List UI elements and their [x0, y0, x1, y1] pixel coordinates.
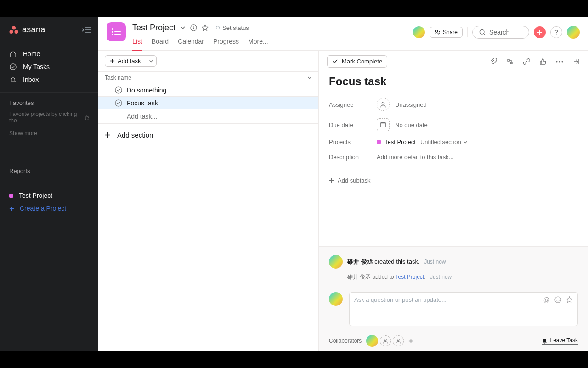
like-icon[interactable]	[539, 58, 547, 65]
svg-point-18	[384, 339, 387, 341]
svg-point-3	[10, 63, 16, 69]
chevron-down-icon[interactable]	[307, 75, 312, 80]
add-section-button[interactable]: Add section	[98, 124, 318, 146]
composer-avatar[interactable]	[329, 292, 343, 306]
sidebar-item-mytasks[interactable]: My Tasks	[0, 60, 98, 73]
task-title[interactable]: Focus task	[319, 72, 588, 94]
leave-task-button[interactable]: Leave Task	[542, 337, 578, 345]
add-task-inline[interactable]: Add task...	[98, 109, 318, 124]
task-row[interactable]: Focus task	[98, 97, 318, 109]
svg-point-9	[480, 29, 484, 34]
emoji-icon[interactable]	[554, 296, 561, 303]
activity-author: 碓井 俊丞	[347, 258, 373, 265]
tab-list[interactable]: List	[132, 38, 142, 51]
comment-input[interactable]: Ask a question or post an update... @	[349, 292, 578, 326]
assignee-field[interactable]: Assignee Unassigned	[319, 94, 588, 115]
activity-entry: 碓井 俊丞 created this task. Just now	[329, 252, 578, 271]
share-button[interactable]: Share	[430, 27, 463, 38]
search-input[interactable]: Search	[472, 26, 529, 39]
sidebar-divider	[0, 92, 98, 93]
search-placeholder: Search	[489, 29, 509, 36]
sidebar-item-home[interactable]: Home	[0, 47, 98, 60]
svg-point-8	[435, 30, 438, 33]
project-tag-name: Test Project	[384, 138, 416, 145]
assignee-value: Unassigned	[395, 101, 427, 108]
tab-more[interactable]: More...	[248, 38, 268, 50]
mark-complete-button[interactable]: Mark Complete	[327, 55, 387, 68]
tab-board[interactable]: Board	[152, 38, 169, 50]
svg-point-15	[382, 102, 384, 104]
task-list-pane: Add task Task name Do something Focus ta…	[98, 51, 319, 351]
set-status-button[interactable]: Set status	[216, 24, 249, 31]
add-task-dropdown[interactable]	[146, 55, 157, 67]
activity-feed: 碓井 俊丞 created this task. Just now 碓井 俊丞 …	[319, 246, 588, 288]
star-icon[interactable]	[202, 24, 209, 31]
help-button[interactable]: ?	[550, 26, 562, 38]
member-avatar[interactable]	[413, 26, 425, 38]
comment-placeholder: Ask a question or post an update...	[354, 296, 447, 322]
activity-project-link[interactable]: Test Project	[396, 274, 424, 280]
info-icon[interactable]	[190, 24, 197, 31]
leave-task-label: Leave Task	[550, 337, 578, 344]
add-collaborator-button[interactable]	[408, 339, 413, 344]
logo-text: asana	[22, 25, 45, 34]
sidebar-collapse-icon[interactable]	[82, 27, 91, 33]
add-collaborator-slot[interactable]	[380, 335, 391, 346]
star-icon	[85, 115, 89, 120]
link-icon[interactable]	[523, 58, 530, 65]
svg-point-11	[115, 100, 122, 106]
sidebar-project-item[interactable]: Test Project	[0, 189, 98, 202]
description-field[interactable]: Description Add more detail to this task…	[319, 149, 588, 165]
subtask-icon[interactable]	[506, 58, 514, 65]
svg-point-10	[115, 87, 122, 93]
tab-calendar[interactable]: Calendar	[178, 38, 204, 50]
asana-logo[interactable]: asana	[9, 25, 45, 34]
assignee-label: Assignee	[329, 101, 377, 108]
project-title[interactable]: Test Project	[132, 23, 175, 33]
check-circle-icon	[9, 63, 17, 70]
add-subtask-button[interactable]: Add subtask	[319, 165, 588, 196]
bell-icon	[542, 338, 548, 344]
people-icon	[435, 29, 440, 35]
section-dropdown[interactable]: Untitled section	[420, 138, 468, 145]
section-value: Untitled section	[420, 138, 461, 145]
mention-icon[interactable]: @	[543, 296, 550, 304]
project-tag[interactable]: Test Project	[377, 138, 416, 145]
svg-point-12	[556, 61, 558, 62]
favorites-hint-text: Favorite projects by clicking the	[9, 111, 83, 124]
main: Test Project Set status List Board Calen…	[98, 17, 588, 351]
global-add-button[interactable]	[534, 26, 546, 38]
more-icon[interactable]	[556, 61, 563, 63]
user-avatar[interactable]	[567, 26, 580, 39]
complete-toggle-icon[interactable]	[115, 99, 122, 107]
column-header-taskname[interactable]: Task name	[105, 75, 131, 81]
activity-entry: 碓井 俊丞 added to Test Project. Just now	[329, 271, 578, 286]
duedate-field[interactable]: Due date No due date	[319, 115, 588, 135]
add-collaborator-slot[interactable]	[393, 335, 404, 346]
svg-point-2	[15, 30, 18, 34]
detail-toolbar: Mark Complete	[319, 51, 588, 72]
collaborator-avatar[interactable]	[366, 335, 378, 347]
tab-progress[interactable]: Progress	[213, 38, 239, 50]
activity-avatar[interactable]	[329, 255, 343, 269]
duedate-value: No due date	[395, 121, 428, 128]
close-pane-icon[interactable]	[572, 58, 580, 65]
activity-text: added to	[371, 274, 395, 280]
description-placeholder: Add more detail to this task...	[377, 154, 454, 161]
chevron-down-icon[interactable]	[180, 25, 186, 30]
complete-toggle-icon[interactable]	[115, 86, 122, 94]
add-task-button[interactable]: Add task	[105, 55, 146, 67]
star-icon[interactable]	[566, 296, 573, 303]
task-row[interactable]: Do something	[98, 84, 318, 97]
home-icon	[9, 51, 17, 58]
sidebar-item-inbox[interactable]: Inbox	[0, 73, 98, 86]
divider	[467, 27, 468, 37]
svg-point-5	[112, 31, 113, 32]
assignee-icon	[377, 98, 390, 111]
show-more-link[interactable]: Show more	[0, 130, 98, 147]
create-project-link[interactable]: Create a Project	[0, 202, 98, 215]
set-status-label: Set status	[222, 24, 249, 31]
project-tabs: List Board Calendar Progress More...	[132, 38, 407, 50]
add-task-label: Add task	[118, 58, 141, 64]
attachment-icon[interactable]	[490, 58, 497, 65]
